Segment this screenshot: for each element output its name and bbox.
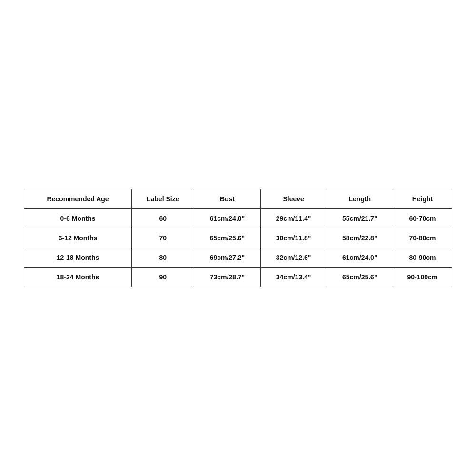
col-header-label-size: Label Size bbox=[132, 189, 194, 209]
cell-height-3: 90-100cm bbox=[393, 268, 452, 287]
table-row: 18-24 Months9073cm/28.7"34cm/13.4"65cm/2… bbox=[24, 268, 452, 287]
col-header-age: Recommended Age bbox=[24, 189, 132, 209]
cell-age-1: 6-12 Months bbox=[24, 228, 132, 248]
table-header-row: Recommended Age Label Size Bust Sleeve L… bbox=[24, 189, 452, 209]
cell-label_size-0: 60 bbox=[132, 209, 194, 228]
cell-length-0: 55cm/21.7" bbox=[327, 209, 393, 228]
cell-length-1: 58cm/22.8" bbox=[327, 228, 393, 248]
table-row: 6-12 Months7065cm/25.6"30cm/11.8"58cm/22… bbox=[24, 228, 452, 248]
cell-sleeve-2: 32cm/12.6" bbox=[260, 248, 327, 268]
cell-age-0: 0-6 Months bbox=[24, 209, 132, 228]
cell-length-3: 65cm/25.6" bbox=[327, 268, 393, 287]
cell-height-1: 70-80cm bbox=[393, 228, 452, 248]
cell-height-2: 80-90cm bbox=[393, 248, 452, 268]
col-header-length: Length bbox=[327, 189, 393, 209]
cell-label_size-2: 80 bbox=[132, 248, 194, 268]
cell-bust-2: 69cm/27.2" bbox=[194, 248, 260, 268]
cell-label_size-3: 90 bbox=[132, 268, 194, 287]
cell-bust-0: 61cm/24.0" bbox=[194, 209, 260, 228]
cell-label_size-1: 70 bbox=[132, 228, 194, 248]
size-chart-table: Recommended Age Label Size Bust Sleeve L… bbox=[24, 189, 452, 287]
table-row: 12-18 Months8069cm/27.2"32cm/12.6"61cm/2… bbox=[24, 248, 452, 268]
col-header-bust: Bust bbox=[194, 189, 260, 209]
cell-height-0: 60-70cm bbox=[393, 209, 452, 228]
cell-age-2: 12-18 Months bbox=[24, 248, 132, 268]
cell-sleeve-1: 30cm/11.8" bbox=[260, 228, 327, 248]
cell-bust-1: 65cm/25.6" bbox=[194, 228, 260, 248]
size-chart-container: Recommended Age Label Size Bust Sleeve L… bbox=[24, 189, 452, 287]
cell-length-2: 61cm/24.0" bbox=[327, 248, 393, 268]
col-header-sleeve: Sleeve bbox=[260, 189, 327, 209]
cell-age-3: 18-24 Months bbox=[24, 268, 132, 287]
cell-sleeve-3: 34cm/13.4" bbox=[260, 268, 327, 287]
col-header-height: Height bbox=[393, 189, 452, 209]
cell-sleeve-0: 29cm/11.4" bbox=[260, 209, 327, 228]
cell-bust-3: 73cm/28.7" bbox=[194, 268, 260, 287]
table-row: 0-6 Months6061cm/24.0"29cm/11.4"55cm/21.… bbox=[24, 209, 452, 228]
